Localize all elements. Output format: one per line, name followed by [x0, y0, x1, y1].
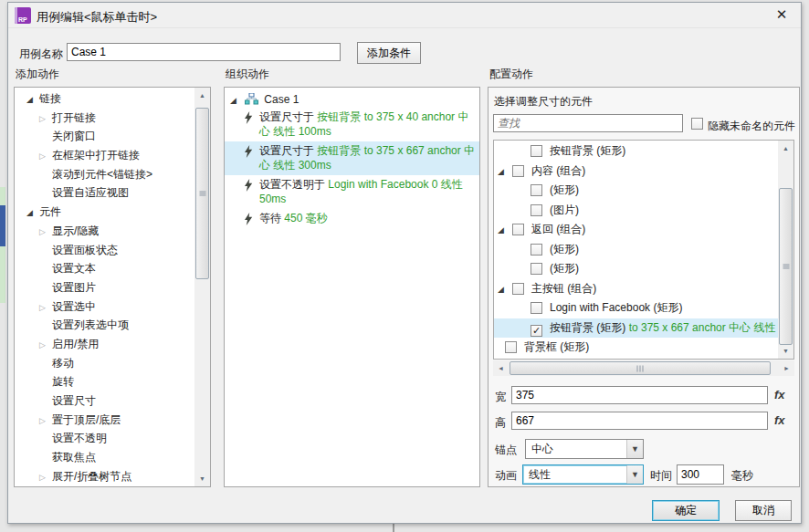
- hide-unnamed-checkbox[interactable]: [691, 118, 703, 130]
- widget-tree-item[interactable]: (矩形): [494, 181, 778, 201]
- expand-arrow-icon[interactable]: ▷: [39, 336, 52, 355]
- collapse-arrow-icon[interactable]: ◢: [230, 92, 242, 109]
- widget-checkbox[interactable]: [505, 341, 517, 353]
- expand-arrow-icon[interactable]: ▷: [39, 298, 52, 318]
- select-widget-label: 选择调整尺寸的元件: [494, 94, 593, 110]
- add-action-item[interactable]: 滚动到元件<锚链接>: [15, 165, 194, 184]
- add-action-label: 设置图片: [52, 281, 96, 294]
- add-action-item[interactable]: 设置面板状态: [15, 241, 194, 260]
- scroll-left-icon[interactable]: ◄: [493, 360, 509, 376]
- widget-tree-item[interactable]: ◢内容 (组合): [494, 162, 778, 182]
- add-condition-button[interactable]: 添加条件: [357, 42, 421, 64]
- organize-actions-title: 组织动作: [226, 67, 269, 82]
- cancel-button[interactable]: 取消: [735, 500, 792, 521]
- widget-tree-item[interactable]: ✓按钮背景 (矩形) to 375 x 667 anchor 中心 线性 300…: [494, 318, 778, 339]
- ok-button[interactable]: 确定: [652, 500, 720, 521]
- scroll-up-icon[interactable]: ▲: [778, 141, 793, 156]
- action-item[interactable]: 设置尺寸于 按钮背景 to 375 x 667 anchor 中心 线性 300…: [225, 141, 479, 175]
- expand-arrow-icon[interactable]: ▷: [39, 110, 52, 129]
- case-name-input[interactable]: [67, 43, 341, 61]
- collapse-arrow-icon[interactable]: ◢: [498, 221, 512, 240]
- add-action-item[interactable]: 设置图片: [15, 278, 194, 297]
- add-action-item[interactable]: 旋转: [15, 372, 194, 391]
- lightning-bolt-icon: [244, 213, 253, 229]
- widget-checkbox[interactable]: [531, 204, 542, 216]
- case-node[interactable]: ◢ Case 1: [225, 88, 479, 108]
- lightning-bolt-icon: [244, 145, 253, 162]
- action-item[interactable]: 设置不透明于 Login with Facebook 0 线性 50ms: [225, 175, 479, 209]
- add-action-item[interactable]: ▷在框架中打开链接: [15, 146, 194, 165]
- add-action-item[interactable]: ▷展开/折叠树节点: [15, 467, 194, 486]
- scroll-right-icon[interactable]: ►: [779, 360, 794, 376]
- time-input[interactable]: [677, 464, 724, 485]
- widget-tree-item[interactable]: 按钮背景 (矩形): [494, 141, 778, 162]
- add-action-item[interactable]: ▷设置选中: [15, 297, 194, 317]
- add-action-item[interactable]: 移动: [15, 354, 194, 373]
- animation-dropdown[interactable]: 线性 ▼: [522, 464, 644, 485]
- widget-tree-item[interactable]: (矩形): [494, 240, 778, 260]
- collapse-arrow-icon[interactable]: ◢: [498, 162, 512, 182]
- add-action-item[interactable]: ◢链接: [15, 89, 194, 109]
- dialog-titlebar[interactable]: RP 用例编辑<鼠标单击时> ✕: [8, 3, 801, 28]
- scrollbar-thumb[interactable]: [510, 361, 771, 375]
- add-action-item[interactable]: 设置尺寸: [15, 391, 194, 411]
- action-item[interactable]: 设置尺寸于 按钮背景 to 375 x 40 anchor 中心 线性 100m…: [225, 108, 479, 141]
- action-item[interactable]: 等待 450 毫秒: [225, 209, 479, 228]
- add-action-item[interactable]: 设置自适应视图: [15, 183, 194, 203]
- widget-tree-item[interactable]: (矩形): [494, 259, 778, 279]
- height-label: 高: [495, 415, 506, 431]
- widget-label: 按钮背景 (矩形): [550, 144, 625, 157]
- height-fx-button[interactable]: fx: [774, 413, 785, 427]
- expand-arrow-icon[interactable]: ▷: [39, 223, 52, 242]
- widget-tree-hscrollbar[interactable]: ◄ ►: [493, 360, 794, 376]
- scroll-up-icon[interactable]: ▲: [194, 88, 210, 103]
- widget-tree-item[interactable]: ◢返回 (组合): [494, 220, 778, 240]
- collapse-arrow-icon[interactable]: ◢: [498, 280, 512, 299]
- add-action-item[interactable]: ▷启用/禁用: [15, 335, 194, 354]
- chevron-down-icon: ▼: [626, 465, 643, 484]
- expand-arrow-icon[interactable]: ▷: [39, 147, 52, 166]
- widget-checkbox[interactable]: [512, 165, 524, 177]
- widget-checkbox[interactable]: [531, 302, 542, 314]
- add-action-item[interactable]: 设置列表选中项: [15, 316, 194, 335]
- lightning-bolt-icon: [244, 179, 253, 195]
- widget-tree-item[interactable]: ◢主按钮 (组合): [494, 279, 778, 299]
- add-action-item[interactable]: ▷打开链接: [15, 109, 194, 128]
- add-action-item[interactable]: ▷置于顶层/底层: [15, 411, 194, 430]
- width-input[interactable]: [511, 386, 768, 404]
- widget-tree-scrollbar[interactable]: ▲ ▼: [778, 141, 793, 359]
- expand-arrow-icon[interactable]: ▷: [39, 412, 52, 431]
- widget-search-input[interactable]: [493, 114, 683, 132]
- widget-tree-item[interactable]: Login with Facebook (矩形): [494, 298, 778, 318]
- widget-checkbox[interactable]: [531, 244, 542, 256]
- scrollbar-thumb[interactable]: [195, 108, 209, 279]
- scroll-down-icon[interactable]: ▼: [194, 471, 210, 486]
- add-action-item[interactable]: 获取焦点: [15, 448, 194, 467]
- expand-arrow-icon[interactable]: ▷: [39, 468, 52, 487]
- axure-rp-icon: RP: [15, 7, 31, 24]
- add-action-item[interactable]: ◢元件: [15, 203, 194, 222]
- scroll-down-icon[interactable]: ▼: [778, 343, 793, 359]
- widget-checkbox[interactable]: [512, 283, 524, 295]
- anchor-dropdown[interactable]: 中心 ▼: [525, 439, 644, 459]
- add-action-item[interactable]: 设置不透明: [15, 429, 194, 448]
- close-icon[interactable]: ✕: [773, 6, 790, 23]
- add-actions-scrollbar[interactable]: ▲ ▼: [194, 88, 210, 486]
- collapse-arrow-icon[interactable]: ◢: [26, 90, 39, 110]
- widget-checkbox[interactable]: [531, 263, 542, 275]
- widget-checkbox[interactable]: ✓: [531, 325, 542, 337]
- width-fx-button[interactable]: fx: [774, 388, 785, 402]
- widget-tree-item[interactable]: 背景框 (矩形): [494, 338, 778, 358]
- widget-checkbox[interactable]: [512, 224, 524, 235]
- height-input[interactable]: [511, 412, 768, 430]
- widget-tree-item[interactable]: (图片): [494, 201, 778, 221]
- add-action-item[interactable]: 关闭窗口: [15, 127, 194, 146]
- add-action-item[interactable]: ▷显示/隐藏: [15, 222, 194, 241]
- scrollbar-thumb[interactable]: [779, 188, 793, 345]
- add-action-item[interactable]: 设置文本: [15, 259, 194, 278]
- collapse-arrow-icon[interactable]: ◢: [26, 203, 39, 223]
- width-label: 宽: [495, 390, 506, 405]
- widget-checkbox[interactable]: [531, 145, 542, 157]
- widget-checkbox[interactable]: [531, 184, 542, 196]
- configure-action-title: 配置动作: [489, 67, 533, 82]
